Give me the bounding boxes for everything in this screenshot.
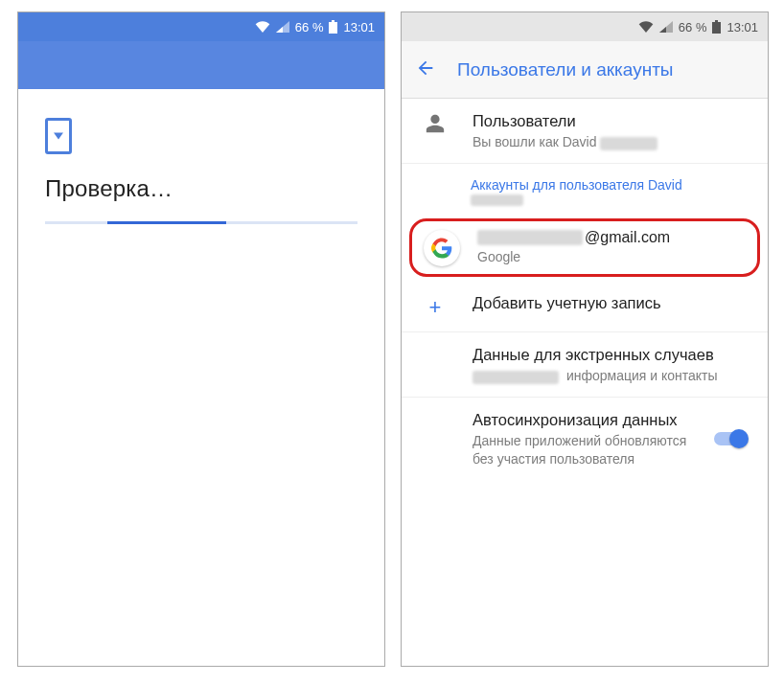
- back-button[interactable]: [415, 57, 436, 82]
- clock: 13:01: [343, 20, 375, 34]
- status-bar: 66 % 13:01: [18, 12, 384, 41]
- redacted-text: [473, 371, 559, 384]
- checking-title: Проверка…: [45, 175, 357, 202]
- download-device-icon: [45, 118, 72, 154]
- emergency-title: Данные для экстренных случаев: [473, 344, 752, 365]
- signal-icon: [659, 21, 673, 33]
- wifi-icon: [638, 21, 654, 33]
- redacted-surname: [600, 137, 657, 150]
- redacted-surname: [471, 194, 523, 206]
- account-email: @gmail.com: [477, 229, 746, 246]
- plus-icon: +: [419, 292, 451, 320]
- users-row[interactable]: Пользователи Вы вошли как David: [402, 99, 768, 164]
- phone-screen-accounts: 66 % 13:01 Пользователи и аккаунты Польз…: [401, 11, 769, 667]
- emergency-info-row[interactable]: Данные для экстренных случаев информация…: [402, 332, 768, 398]
- app-bar: [18, 41, 384, 89]
- svg-rect-1: [332, 20, 334, 22]
- battery-icon: [712, 20, 721, 34]
- progress-indeterminate: [45, 221, 357, 224]
- add-account-label: Добавить учетную запись: [473, 292, 752, 313]
- user-icon: [419, 110, 451, 134]
- autosync-row[interactable]: Автосинхронизация данных Данные приложен…: [402, 398, 768, 480]
- status-bar: 66 % 13:01: [402, 12, 768, 41]
- wifi-icon: [255, 21, 270, 33]
- page-title: Пользователи и аккаунты: [457, 59, 674, 80]
- users-subtitle: Вы вошли как David: [473, 133, 752, 151]
- svg-rect-2: [712, 22, 721, 34]
- autosync-toggle[interactable]: [714, 432, 747, 445]
- phone-screen-checking: 66 % 13:01 Проверка…: [17, 11, 385, 667]
- autosync-subtitle: Данные приложений обновляются без участи…: [473, 432, 693, 468]
- checking-body: Проверка…: [18, 89, 384, 253]
- redacted-email-local: [477, 230, 583, 245]
- signal-icon: [276, 21, 289, 33]
- battery-icon: [329, 20, 337, 34]
- add-account-row[interactable]: + Добавить учетную запись: [402, 281, 768, 332]
- battery-pct: 66 %: [295, 20, 324, 34]
- account-provider: Google: [477, 248, 746, 266]
- autosync-title: Автосинхронизация данных: [473, 409, 693, 430]
- google-account-row[interactable]: @gmail.com Google: [409, 218, 760, 277]
- google-icon: [424, 230, 460, 266]
- users-title: Пользователи: [473, 110, 752, 131]
- app-bar: Пользователи и аккаунты: [402, 41, 768, 99]
- svg-rect-0: [329, 22, 337, 34]
- svg-rect-3: [715, 20, 718, 22]
- accounts-section-header: Аккаунты для пользователя David: [402, 164, 768, 217]
- clock: 13:01: [726, 20, 758, 34]
- battery-pct: 66 %: [679, 20, 707, 34]
- emergency-subtitle: информация и контакты: [473, 367, 752, 385]
